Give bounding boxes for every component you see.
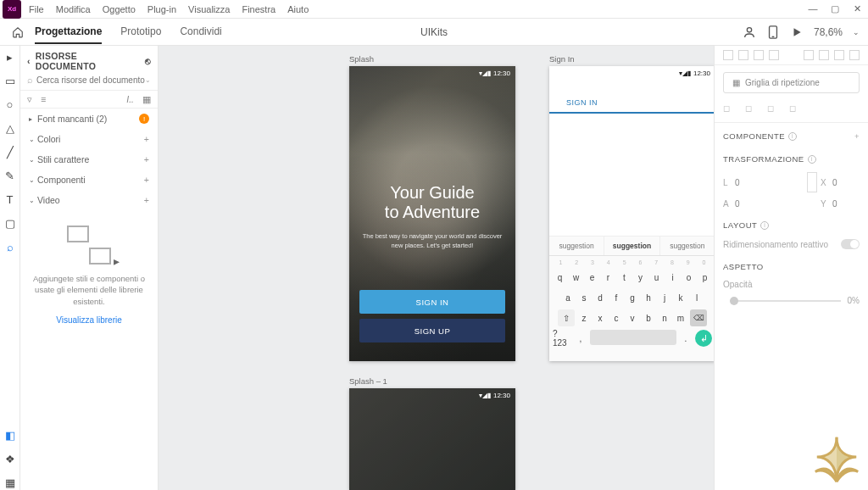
- artboard-signin[interactable]: Sign In ▾◢▮ 12:30 SIGN IN suggestion sug…: [549, 66, 714, 361]
- tab-design[interactable]: Progettazione: [35, 20, 102, 44]
- menu-help[interactable]: Aiuto: [282, 4, 314, 14]
- opacity-slider[interactable]: [730, 300, 841, 302]
- suggestion[interactable]: suggestion: [660, 237, 714, 255]
- key-b[interactable]: b: [642, 309, 655, 326]
- suggestion[interactable]: suggestion: [549, 237, 604, 255]
- maximize-button[interactable]: ▢: [824, 3, 846, 14]
- repeat-grid-button[interactable]: ▦ Griglia di ripetizione: [723, 72, 860, 93]
- width-field[interactable]: 0: [735, 178, 762, 187]
- back-icon[interactable]: ‹: [27, 56, 31, 66]
- libraries-icon[interactable]: ◧: [3, 427, 18, 443]
- polygon-tool[interactable]: △: [3, 120, 18, 136]
- tab-share[interactable]: Condividi: [180, 20, 221, 44]
- key-t[interactable]: t: [618, 269, 632, 286]
- section-video[interactable]: ⌄Video +: [20, 190, 158, 210]
- distribute-h-icon[interactable]: [804, 50, 814, 60]
- add-component-inspector[interactable]: +: [854, 131, 860, 141]
- rectangle-tool[interactable]: ▭: [3, 73, 18, 88]
- exclude-icon[interactable]: ◻: [789, 103, 801, 115]
- key-k[interactable]: k: [674, 289, 687, 306]
- zoom-tool[interactable]: ⌕: [3, 239, 18, 254]
- tab-prototype[interactable]: Prototipo: [120, 20, 161, 44]
- shift-key[interactable]: ⇧: [558, 309, 575, 326]
- search-input[interactable]: [36, 75, 145, 85]
- height-field[interactable]: 0: [735, 199, 762, 209]
- signup-button[interactable]: SIGN UP: [359, 319, 505, 342]
- key-h[interactable]: h: [642, 289, 655, 306]
- add-style-button[interactable]: +: [144, 154, 149, 164]
- grid-view-icon[interactable]: ▦: [142, 94, 151, 104]
- artboard-splash[interactable]: Splash ▾◢▮ 12:30 Your Guideto Adventure …: [349, 66, 515, 361]
- home-icon[interactable]: [9, 24, 26, 41]
- minimize-button[interactable]: —: [802, 3, 824, 14]
- zoom-chevron-icon[interactable]: ⌄: [853, 28, 860, 36]
- layers-icon[interactable]: ❖: [3, 451, 18, 466]
- info-icon[interactable]: i: [808, 155, 816, 164]
- period-key[interactable]: .: [679, 330, 693, 347]
- key-y[interactable]: y: [634, 269, 648, 286]
- add-component-button[interactable]: +: [144, 175, 149, 185]
- close-button[interactable]: ✕: [846, 3, 868, 14]
- menu-window[interactable]: Finestra: [236, 4, 281, 14]
- key-w[interactable]: w: [570, 269, 583, 286]
- key-n[interactable]: n: [658, 309, 671, 326]
- menu-view[interactable]: Visualizza: [183, 4, 235, 14]
- artboard-label[interactable]: Splash – 1: [349, 376, 387, 386]
- key-m[interactable]: m: [674, 309, 687, 326]
- keyboard-mode-key[interactable]: ?123: [553, 330, 571, 347]
- menu-file[interactable]: File: [24, 4, 49, 14]
- section-components[interactable]: ⌄Componenti +: [20, 170, 158, 190]
- menu-plugin[interactable]: Plug-in: [142, 4, 181, 14]
- responsive-toggle[interactable]: [841, 239, 860, 249]
- menu-object[interactable]: Oggetto: [97, 4, 141, 14]
- plugins-icon[interactable]: ▦: [3, 475, 18, 490]
- key-s[interactable]: s: [577, 289, 591, 306]
- key-p[interactable]: p: [698, 269, 712, 286]
- subtract-icon[interactable]: ◻: [745, 103, 757, 115]
- play-icon[interactable]: [790, 25, 804, 39]
- add-video-button[interactable]: +: [144, 195, 149, 205]
- distribute-v-icon[interactable]: [819, 50, 829, 60]
- sort-icon[interactable]: ≡: [41, 94, 46, 104]
- align-top-icon[interactable]: [769, 50, 779, 60]
- enter-key[interactable]: ↲: [695, 330, 712, 347]
- info-icon[interactable]: i: [760, 221, 769, 230]
- align-left-icon[interactable]: [723, 50, 733, 60]
- align-right-icon[interactable]: [754, 50, 764, 60]
- align-bottom-icon[interactable]: [849, 50, 860, 60]
- list-view-icon[interactable]: I..: [126, 94, 134, 104]
- menu-edit[interactable]: Modifica: [51, 4, 96, 14]
- align-center-icon[interactable]: [738, 50, 748, 60]
- select-tool[interactable]: ▸: [3, 49, 18, 64]
- artboard-label[interactable]: Splash: [349, 54, 374, 64]
- key-g[interactable]: g: [626, 289, 639, 306]
- line-tool[interactable]: ╱: [3, 144, 18, 159]
- device-icon[interactable]: [766, 25, 780, 39]
- share-icon[interactable]: ⎋: [145, 56, 151, 66]
- section-styles[interactable]: ⌄Stili carattere +: [20, 149, 158, 170]
- pen-tool[interactable]: ✎: [3, 168, 18, 183]
- key-l[interactable]: l: [690, 289, 704, 306]
- key-u[interactable]: u: [650, 269, 664, 286]
- y-field[interactable]: 0: [832, 199, 860, 209]
- key-x[interactable]: x: [593, 309, 607, 326]
- suggestion[interactable]: suggestion: [604, 237, 659, 255]
- info-icon[interactable]: i: [788, 132, 797, 141]
- key-r[interactable]: r: [602, 269, 615, 286]
- union-icon[interactable]: ◻: [723, 103, 735, 115]
- zoom-level[interactable]: 78,6%: [814, 26, 843, 38]
- key-j[interactable]: j: [658, 289, 671, 306]
- comma-key[interactable]: ,: [574, 330, 587, 347]
- spacebar-key[interactable]: [590, 330, 676, 345]
- ellipse-tool[interactable]: ○: [3, 97, 18, 112]
- add-color-button[interactable]: +: [144, 134, 149, 144]
- text-tool[interactable]: T: [3, 192, 18, 207]
- section-colors[interactable]: ⌄Colori +: [20, 129, 158, 149]
- key-z[interactable]: z: [577, 309, 591, 326]
- filter-icon[interactable]: ▿: [27, 94, 32, 104]
- artboard-tool[interactable]: ▢: [3, 215, 18, 231]
- artboard-label[interactable]: Sign In: [549, 54, 575, 64]
- x-field[interactable]: 0: [832, 178, 860, 187]
- user-icon[interactable]: [743, 25, 756, 39]
- key-a[interactable]: a: [561, 289, 575, 306]
